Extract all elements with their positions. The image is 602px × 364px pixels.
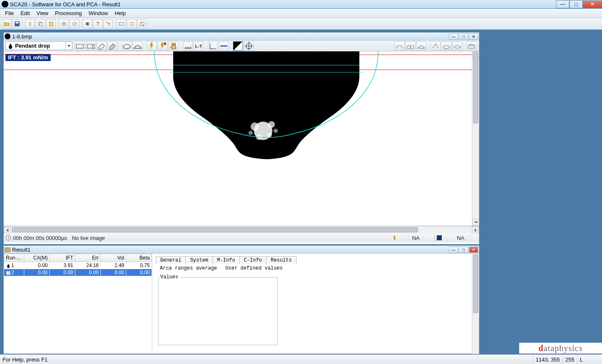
- gear2-button[interactable]: [69, 19, 79, 28]
- shape2-button[interactable]: [405, 41, 415, 51]
- col-beta[interactable]: Beta: [126, 254, 152, 262]
- svg-rect-1: [15, 22, 18, 23]
- col-cam[interactable]: CA(M): [24, 254, 50, 262]
- svg-point-30: [443, 45, 449, 48]
- bolt2-button[interactable]: [158, 41, 168, 51]
- erase2-button[interactable]: [108, 41, 118, 51]
- image-window-title: 1-8.bmp: [12, 33, 448, 40]
- table-row[interactable]: 10.003.9124.162.490.75: [4, 262, 152, 269]
- col-run[interactable]: Run-...: [4, 254, 24, 262]
- subtab-arca[interactable]: Arca ranges average: [156, 265, 221, 272]
- ly-button[interactable]: L-Y: [194, 41, 204, 51]
- line-button[interactable]: [219, 41, 229, 51]
- scroll-right-icon[interactable]: [472, 227, 479, 234]
- row-icon: ?: [6, 270, 11, 275]
- values-legend: Values: [159, 274, 180, 280]
- save-button[interactable]: [12, 19, 22, 28]
- menu-view[interactable]: View: [33, 9, 51, 17]
- col-ift[interactable]: IFT: [50, 254, 75, 262]
- tool-c-button[interactable]: [137, 19, 147, 28]
- shape3-button[interactable]: [416, 41, 426, 51]
- shape5-button[interactable]: [441, 41, 451, 51]
- image-vscroll[interactable]: [472, 51, 479, 226]
- menubar: File Edit View Processing Window Help: [0, 9, 602, 18]
- result-table-panel: Run-... CA(M) IFT Err Vol Beta 10.003.91…: [4, 254, 152, 354]
- result-window-close[interactable]: ✕: [469, 247, 478, 253]
- paste-button[interactable]: [46, 19, 56, 28]
- table-row[interactable]: ?20.000.000.000.000.00: [4, 269, 152, 276]
- open-button[interactable]: [2, 19, 11, 28]
- arc-button[interactable]: [133, 41, 143, 51]
- table-header-row[interactable]: Run-... CA(M) IFT Err Vol Beta: [4, 254, 152, 262]
- svg-point-38: [267, 132, 272, 137]
- svg-point-35: [251, 122, 259, 131]
- menu-window[interactable]: Window: [85, 9, 111, 17]
- camera2-button[interactable]: [86, 41, 96, 51]
- row-icon: [6, 263, 11, 268]
- gear1-button[interactable]: [59, 19, 69, 28]
- menu-file[interactable]: File: [2, 9, 17, 17]
- image-window-maximize[interactable]: □: [459, 33, 468, 40]
- erase-button[interactable]: [97, 41, 107, 51]
- svg-rect-10: [119, 22, 123, 25]
- result-tabs: General System M-Info C-Info Results: [156, 256, 479, 264]
- vscroll-thumb[interactable]: [473, 52, 478, 123]
- image-window-close[interactable]: ✕: [469, 33, 478, 40]
- image-canvas[interactable]: IFT : 3.91 mN/m: [4, 51, 479, 226]
- image-window-minimize[interactable]: —: [449, 33, 458, 40]
- tool-b-button[interactable]: [127, 19, 136, 28]
- svg-point-11: [130, 22, 133, 25]
- image-window-titlebar[interactable]: 1-8.bmp — □ ✕: [4, 33, 479, 41]
- scroll-down-icon[interactable]: [472, 219, 479, 226]
- hscroll-thumb[interactable]: [12, 227, 418, 232]
- image-hscroll[interactable]: [4, 226, 479, 233]
- tab-general[interactable]: General: [156, 256, 186, 264]
- tab-system[interactable]: System: [185, 256, 213, 264]
- tab-minfo[interactable]: M-Info: [213, 256, 240, 264]
- cut-button[interactable]: [25, 19, 35, 28]
- hand-button[interactable]: [169, 41, 179, 51]
- col-vol[interactable]: Vol: [101, 254, 126, 262]
- svg-point-6: [63, 23, 65, 25]
- camera1-button[interactable]: [75, 41, 85, 51]
- shape7-button[interactable]: [466, 41, 476, 51]
- close-button[interactable]: ✕: [583, 0, 602, 8]
- circle-button[interactable]: [122, 41, 132, 51]
- svg-point-17: [164, 42, 167, 45]
- result-table[interactable]: Run-... CA(M) IFT Err Vol Beta 10.003.91…: [4, 254, 152, 276]
- axis-button[interactable]: [208, 41, 218, 51]
- svg-text:?: ?: [7, 271, 10, 275]
- menu-edit[interactable]: Edit: [17, 9, 33, 17]
- dataphysics-logo: dataphysics: [519, 343, 602, 354]
- shape6-button[interactable]: [452, 41, 462, 51]
- status-coords: 1143, 355: [533, 355, 562, 364]
- menu-processing[interactable]: Processing: [51, 9, 85, 17]
- help-button[interactable]: ?: [93, 19, 102, 28]
- context-help-button[interactable]: ?: [103, 19, 113, 28]
- chevron-down-icon[interactable]: [65, 42, 72, 50]
- result-vscroll[interactable]: [472, 254, 479, 354]
- bolt1-button[interactable]: [147, 41, 157, 51]
- stop-button[interactable]: [82, 19, 92, 28]
- result-window-titlebar[interactable]: Result1 — □ ✕: [4, 246, 479, 254]
- menu-help[interactable]: Help: [111, 9, 129, 17]
- result-vscroll-thumb[interactable]: [473, 255, 478, 313]
- contrast-button[interactable]: [233, 41, 243, 51]
- result-window-minimize[interactable]: —: [449, 247, 458, 253]
- shape1-button[interactable]: [395, 41, 405, 51]
- subtab-user[interactable]: User defined values: [221, 265, 287, 272]
- minimize-button[interactable]: —: [556, 0, 569, 8]
- image-window-icon: [5, 33, 10, 39]
- result-window-maximize[interactable]: □: [459, 247, 468, 253]
- maximize-button[interactable]: □: [569, 0, 583, 8]
- tab-cinfo[interactable]: C-Info: [239, 256, 266, 264]
- scroll-left-icon[interactable]: [4, 227, 11, 234]
- ruler-button[interactable]: [183, 41, 193, 51]
- tool-a-button[interactable]: [116, 19, 126, 28]
- shape4-button[interactable]: [430, 41, 441, 51]
- copy-button[interactable]: [36, 19, 45, 28]
- col-err[interactable]: Err: [75, 254, 101, 262]
- tab-results[interactable]: Results: [266, 256, 296, 264]
- target-button[interactable]: [244, 41, 254, 51]
- drop-type-combo[interactable]: Pendant drop: [5, 41, 72, 50]
